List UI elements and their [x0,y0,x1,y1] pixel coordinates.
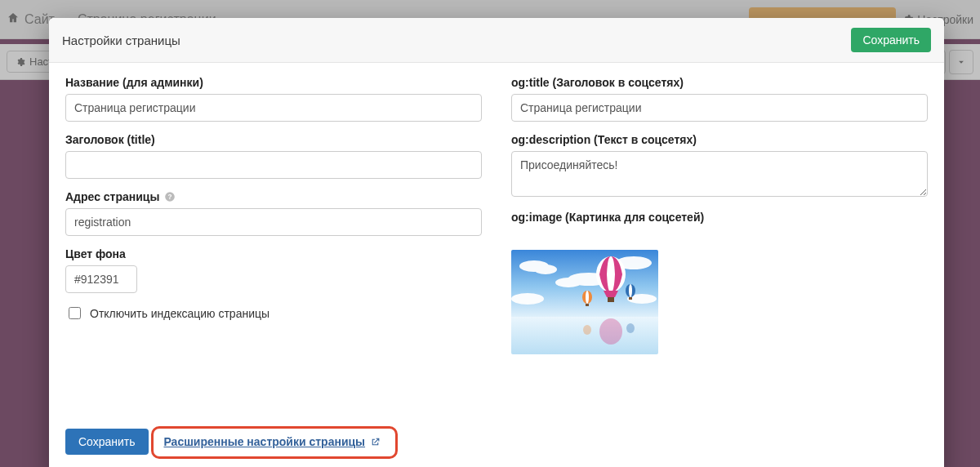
svg-point-9 [511,293,544,305]
title-label: Заголовок (title) [65,133,482,146]
page-settings-modal: Настройки страницы Сохранить Название (д… [49,18,944,467]
save-button-top[interactable]: Сохранить [851,28,931,52]
save-button-bottom[interactable]: Сохранить [65,429,149,455]
modal-header: Настройки страницы Сохранить [49,18,944,63]
slug-input[interactable] [65,208,482,236]
svg-point-14 [586,291,589,304]
modal-title: Настройки страницы [62,33,180,47]
svg-point-8 [555,278,581,287]
ogimage-preview[interactable] [511,250,658,354]
advanced-settings-highlight: Расширенные настройки страницы [151,426,398,459]
svg-point-5 [534,265,557,274]
external-link-icon [370,437,381,447]
svg-point-21 [626,323,635,333]
bgcolor-label: Цвет фона [65,247,482,260]
svg-point-19 [599,318,622,345]
noindex-row[interactable]: Отключить индексацию страницы [65,305,482,322]
svg-rect-15 [586,304,589,306]
ogdesc-textarea[interactable] [511,151,928,197]
ogtitle-input[interactable] [511,94,928,122]
noindex-label: Отключить индексацию страницы [90,307,270,320]
title-input[interactable] [65,151,482,179]
svg-rect-3 [511,317,658,354]
svg-text:?: ? [168,193,172,201]
advanced-settings-link[interactable]: Расширенные настройки страницы [163,435,381,448]
noindex-checkbox[interactable] [69,307,81,319]
ogimage-label: og:image (Картинка для соцсетей) [511,211,928,224]
svg-point-20 [583,325,591,335]
svg-rect-18 [629,297,632,300]
svg-rect-12 [608,297,614,302]
name-input[interactable] [65,94,482,122]
ogtitle-label: og:title (Заголовок в соцсетях) [511,76,928,89]
bgcolor-input[interactable] [65,265,137,293]
help-icon[interactable]: ? [163,190,176,203]
slug-label: Адрес страницы ? [65,190,482,203]
name-label: Название (для админки) [65,76,482,89]
ogdesc-label: og:description (Текст в соцсетях) [511,133,928,146]
svg-point-17 [629,284,632,297]
